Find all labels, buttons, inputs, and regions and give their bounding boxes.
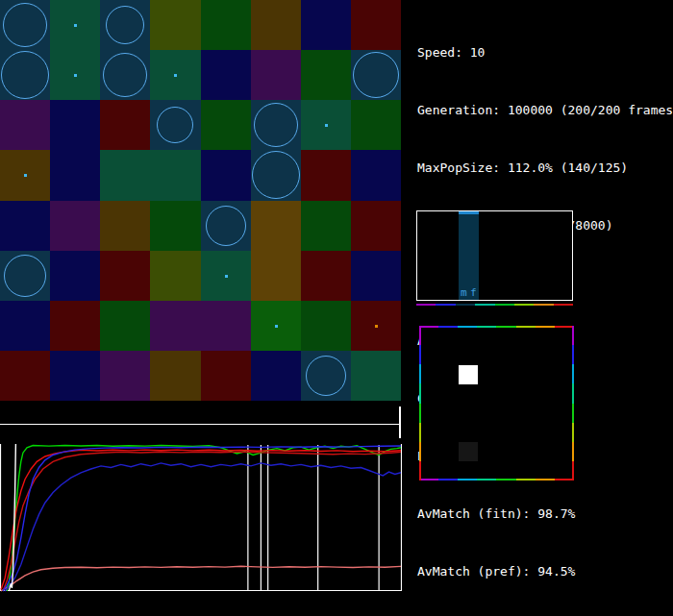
agent-circle (4, 255, 46, 297)
grid-cell (100, 150, 150, 201)
grid-cell (201, 100, 251, 150)
grid-cell (150, 251, 201, 301)
grid-cell (50, 301, 100, 351)
grid-cell (0, 201, 50, 251)
hue-scale-left-edge (419, 326, 421, 480)
stat-line-avmatch-pref: AvMatch (pref): 94.5% (417, 562, 673, 581)
grid-cell (201, 50, 251, 100)
grid-cell (351, 251, 401, 301)
grid-cell (0, 301, 50, 351)
series-purebred (1, 450, 401, 589)
agent-circle (157, 107, 193, 143)
agent-dot (275, 325, 278, 328)
stat-line-avmatch-fitn: AvMatch (fitn): 98.7% (417, 505, 673, 524)
grid-cell (201, 301, 251, 351)
grid-cell (351, 0, 401, 50)
agent-circle (1, 51, 49, 99)
grid-cell (100, 100, 150, 150)
stat-line-speed: Speed: 10 (417, 43, 673, 62)
grid-cell (150, 201, 201, 251)
grid-cell (150, 351, 201, 401)
grid-cell (301, 251, 351, 301)
scrubber-track[interactable] (0, 424, 401, 425)
agent-dot (174, 74, 177, 77)
grid-cell (150, 0, 201, 50)
grid-cell (100, 201, 150, 251)
grid-cell (351, 351, 401, 401)
grid-cell (251, 251, 301, 301)
grid-cell (50, 150, 100, 201)
grid-cell (301, 0, 351, 50)
world-grid[interactable] (0, 0, 401, 401)
grid-cell (201, 0, 251, 50)
grid-cell (301, 50, 351, 100)
grid-cell (150, 150, 201, 201)
agent-circle (103, 53, 147, 97)
hue-scale-right-edge (572, 326, 574, 480)
grid-cell (351, 201, 401, 251)
series-syssize (1, 566, 401, 591)
grid-cell (50, 251, 100, 301)
agent-dot (375, 325, 378, 328)
stat-line-generation: Generation: 100000 (200/200 frames) (417, 101, 673, 120)
agent-circle (254, 103, 298, 147)
matrix-cell (459, 442, 478, 461)
history-chart (0, 444, 402, 592)
grid-cell (0, 100, 50, 150)
grid-cell (251, 0, 301, 50)
grid-cell (201, 351, 251, 401)
agent-circle (306, 356, 346, 396)
species-color-strip (416, 304, 573, 306)
grid-cell (150, 301, 201, 351)
agent-dot (74, 24, 77, 27)
agent-dot (24, 174, 27, 177)
stats-panel: Speed: 10 Generation: 100000 (200/200 fr… (417, 5, 673, 616)
female-label: f (470, 287, 477, 298)
hue-scale-bottom-edge (419, 479, 574, 480)
agent-dot (225, 275, 228, 278)
hue-scale-top-edge (419, 326, 574, 328)
grid-cell (100, 251, 150, 301)
grid-cell (301, 301, 351, 351)
grid-cell (251, 351, 301, 401)
history-chart-canvas (0, 444, 402, 592)
agent-circle (252, 151, 300, 199)
grid-cell (251, 201, 301, 251)
agent-circle (3, 3, 47, 47)
grid-cell (301, 150, 351, 201)
grid-cell (50, 201, 100, 251)
grid-cell (50, 351, 100, 401)
population-bar-cap (459, 211, 479, 214)
series-avmatch-fitn- (3, 446, 401, 591)
grid-cell (351, 150, 401, 201)
simulation-app: Speed: 10 Generation: 100000 (200/200 fr… (0, 0, 673, 616)
grid-cell (50, 100, 100, 150)
grid-cell (201, 150, 251, 201)
grid-cell (251, 50, 301, 100)
male-label: m (461, 287, 467, 298)
grid-cell (100, 351, 150, 401)
scrubber-handle[interactable] (399, 407, 401, 438)
grid-cell (351, 100, 401, 150)
grid-cell (0, 351, 50, 401)
series-avcarcap (7, 446, 401, 592)
grid-cell (100, 301, 150, 351)
stat-line-maxpopsize: MaxPopSize: 112.0% (140/125) (417, 159, 673, 178)
matrix-cell (459, 365, 478, 384)
series-avmatch-pref- (3, 452, 401, 591)
preference-matrix-chart (419, 326, 574, 480)
grid-cell (301, 201, 351, 251)
sex-ratio-chart: m f (416, 210, 573, 301)
agent-dot (74, 74, 77, 77)
agent-dot (325, 124, 328, 127)
series-avpref (5, 463, 401, 591)
agent-circle (106, 6, 144, 44)
agent-circle (206, 206, 246, 246)
agent-circle (353, 52, 399, 98)
